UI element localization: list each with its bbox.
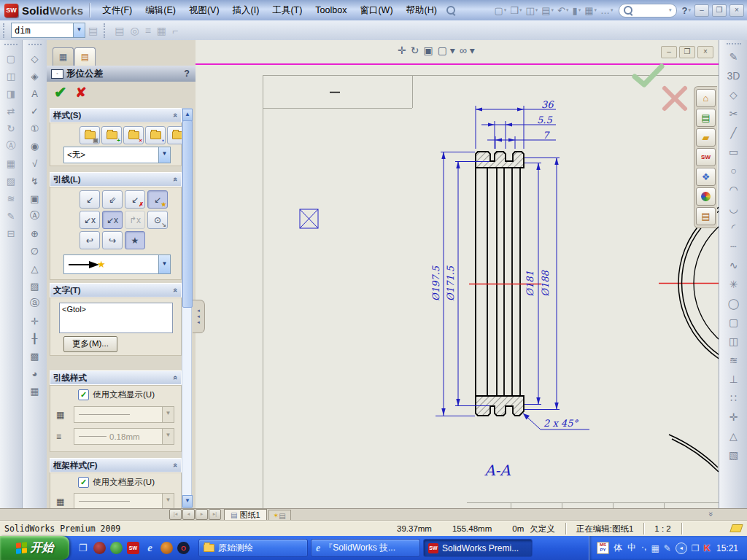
- auto-bent-leader-button[interactable]: ★: [125, 231, 145, 249]
- options-icon[interactable]: ▦▾: [584, 4, 597, 17]
- update-view-icon[interactable]: ↻: [2, 120, 20, 137]
- realplayer-icon[interactable]: [93, 542, 106, 554]
- menu-search-icon[interactable]: [446, 6, 455, 15]
- ok-button[interactable]: ✔: [54, 84, 67, 101]
- file-explorer-tab[interactable]: ▰: [696, 128, 716, 147]
- arrow-style-dropdown[interactable]: ★ ▼: [63, 254, 171, 274]
- browser-icon[interactable]: [160, 542, 173, 554]
- custom-properties-tab[interactable]: ▤: [74, 47, 96, 66]
- task-folder[interactable]: 原始测绘: [198, 539, 308, 557]
- restore-button[interactable]: ❐: [712, 4, 727, 17]
- bent-leader-left-button[interactable]: ↩: [80, 231, 100, 249]
- task-solidworks[interactable]: SW SolidWorks Premi...: [423, 539, 533, 557]
- style-add-button[interactable]: +: [101, 126, 122, 144]
- layer-properties-icon[interactable]: ◎: [127, 23, 142, 38]
- view-settings-icon[interactable]: ∞ ▾: [460, 44, 475, 56]
- sw-search-tab[interactable]: SW: [696, 148, 716, 166]
- overflow-ellipsis[interactable]: …▾: [600, 4, 614, 17]
- sketch-icon[interactable]: ✎: [725, 47, 743, 66]
- menu-insert[interactable]: 插入(I): [226, 1, 266, 20]
- smart-dimension-icon[interactable]: ◇: [725, 85, 743, 104]
- propertymanager-tab[interactable]: ▦: [53, 47, 74, 66]
- style-delete-button[interactable]: ×: [123, 126, 144, 144]
- cancel-button[interactable]: ✘: [76, 85, 87, 101]
- doc-close-button[interactable]: ×: [697, 46, 713, 58]
- revision-symbol-icon[interactable]: △: [26, 260, 44, 277]
- model-view-icon[interactable]: ◫: [2, 67, 20, 85]
- appearances-tab[interactable]: ●: [696, 187, 716, 206]
- tangent-arc-icon[interactable]: ◡: [725, 199, 743, 218]
- layer-icon[interactable]: ▤: [112, 23, 127, 38]
- use-doc-display-checkbox[interactable]: ✓ 使用文档显示(U): [78, 389, 155, 400]
- toolbar-grip[interactable]: [727, 43, 741, 44]
- start-button[interactable]: 开始: [0, 536, 69, 560]
- bent-leader-right-button[interactable]: ↪: [102, 231, 123, 249]
- center-mark-icon[interactable]: ✛: [26, 312, 44, 330]
- more-button[interactable]: 更多(M)...: [63, 336, 117, 352]
- weld-symbol-icon[interactable]: ↯: [26, 172, 44, 190]
- warning-triangle-icon[interactable]: △: [725, 427, 743, 446]
- no-leader-button[interactable]: ↙✗: [125, 190, 145, 209]
- scrollbar-thumb[interactable]: [182, 120, 193, 308]
- rectangle-icon[interactable]: ▭: [725, 142, 743, 161]
- toolbar-grip[interactable]: [3, 23, 8, 38]
- layer-icon[interactable]: ▤: [85, 23, 101, 38]
- clock[interactable]: 15:21: [716, 543, 738, 553]
- block-icon[interactable]: ▧: [725, 446, 743, 464]
- qq-icon[interactable]: [110, 542, 123, 554]
- balloon-icon[interactable]: ①: [26, 120, 44, 137]
- section-header-style[interactable]: 样式(S)«: [50, 108, 182, 122]
- sheet-tab-active[interactable]: ▤ 图纸1: [224, 509, 267, 521]
- surface-finish-icon[interactable]: √: [26, 155, 44, 172]
- multi-view-icon[interactable]: ▦: [2, 155, 20, 172]
- ie-icon[interactable]: e: [144, 542, 156, 554]
- menu-view[interactable]: 视图(V): [182, 1, 226, 20]
- line-icon[interactable]: ╱: [725, 123, 743, 142]
- dimension-style-combo[interactable]: dim ▼: [11, 23, 85, 38]
- new-document-icon[interactable]: ▢▾: [494, 4, 508, 17]
- table-icon[interactable]: ▦: [26, 382, 44, 400]
- centerline-tool-icon[interactable]: ┄: [725, 237, 743, 256]
- pan-icon[interactable]: ✛: [398, 44, 406, 56]
- polygon-icon[interactable]: ◯: [725, 294, 743, 313]
- save-icon[interactable]: ◫▾: [525, 4, 538, 17]
- opera-icon[interactable]: O: [177, 542, 190, 554]
- corner-icon[interactable]: ⌐: [169, 23, 181, 38]
- chevron-down-icon[interactable]: ▼: [73, 23, 85, 37]
- appearance-sphere-icon[interactable]: ◕: [26, 365, 44, 382]
- auto-leader-button[interactable]: ↙★: [147, 190, 168, 209]
- task-ie[interactable]: e 『SolidWorks 技...: [311, 539, 420, 557]
- datum-feature-icon[interactable]: Ⓐ: [26, 207, 44, 225]
- centerline-icon[interactable]: ╂: [26, 330, 44, 347]
- prev-sheet-icon[interactable]: ◂: [182, 509, 195, 520]
- swap-view-icon[interactable]: ⇄: [2, 102, 20, 120]
- spline-icon[interactable]: ∿: [725, 256, 743, 275]
- edit-sketch-icon[interactable]: ✎: [2, 207, 20, 225]
- toolbar-overflow-chevron-icon[interactable]: »: [707, 512, 716, 516]
- section-header-leader[interactable]: 引线(L)«: [50, 172, 182, 187]
- style-save-button[interactable]: ▪: [145, 126, 166, 144]
- trim-icon[interactable]: ✂: [725, 104, 743, 123]
- last-sheet-icon[interactable]: ▸|: [209, 509, 221, 520]
- rotate-view-icon[interactable]: ↻: [411, 44, 419, 56]
- section-header-text[interactable]: 文字(T)«: [50, 283, 182, 298]
- hide-tray-icons-button[interactable]: ◂: [676, 542, 687, 554]
- style-defaults-button[interactable]: ▣: [80, 126, 100, 144]
- slot-icon[interactable]: ▢: [725, 313, 743, 332]
- sketch-pattern-icon[interactable]: ∷: [725, 389, 743, 408]
- leader-left-button[interactable]: ↙x: [80, 211, 100, 229]
- blocks-icon[interactable]: ▩: [26, 347, 44, 365]
- menu-help[interactable]: 帮助(H): [400, 1, 444, 20]
- leader-to-nearest-button[interactable]: ⊙↘: [147, 211, 168, 229]
- leader-right-button[interactable]: ↙x: [102, 211, 123, 229]
- line-format-icon[interactable]: ≡: [142, 23, 154, 38]
- drawing-graphics-area[interactable]: 36 5.5 7 Ø197.5 Ø171.5 Ø181 Ø188 2 x 45°…: [196, 40, 719, 508]
- design-library-tab[interactable]: ▤: [696, 109, 716, 127]
- auto-balloon-icon[interactable]: ◉: [26, 137, 44, 155]
- style-dropdown[interactable]: <无> ▼: [63, 147, 171, 163]
- convert-entities-icon[interactable]: ⊥: [725, 370, 743, 389]
- datum-target-icon[interactable]: ⊕: [26, 225, 44, 242]
- annotation-font-icon[interactable]: Ⓐ: [2, 137, 20, 155]
- drawing-view-icon[interactable]: ▣: [423, 44, 433, 56]
- network-icon[interactable]: ❐: [692, 543, 700, 553]
